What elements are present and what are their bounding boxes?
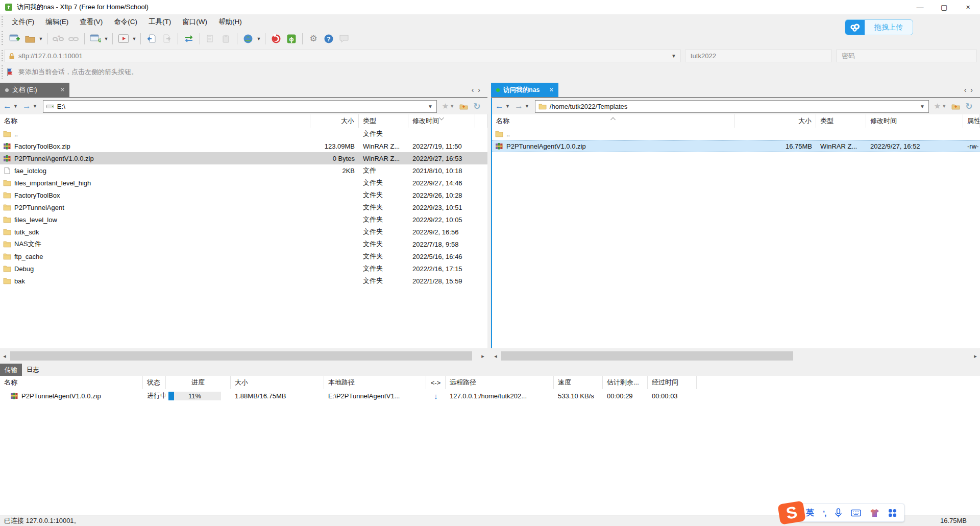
local-row-ftp_cache[interactable]: ftp_cache文件夹2022/5/16, 16:46 xyxy=(0,250,487,262)
transfer-column-header-9[interactable]: 经过时间 xyxy=(648,376,697,389)
refresh-icon[interactable]: ↻ xyxy=(965,101,972,112)
transfer-column-header-0[interactable]: 名称 xyxy=(0,376,143,389)
apps-grid-icon[interactable] xyxy=(888,509,897,517)
tab-local-documents[interactable]: 文档 (E:) × xyxy=(0,83,69,97)
tab-scroll-arrows[interactable]: ‹› xyxy=(472,86,484,94)
drag-upload-button[interactable]: 拖拽上传 xyxy=(845,19,913,35)
transfer-column-header-2[interactable]: 进度 xyxy=(166,376,231,389)
menu-item-4[interactable]: 工具(T) xyxy=(143,17,177,27)
remote-row-..[interactable]: .. xyxy=(492,128,980,140)
bottom-tab-日志[interactable]: 日志 xyxy=(22,364,44,376)
scrollbar-thumb[interactable] xyxy=(501,351,793,361)
ime-punctuation-toggle[interactable]: ’, xyxy=(823,509,826,517)
session-properties-icon[interactable]: ⚙ xyxy=(89,32,102,45)
microphone-icon[interactable] xyxy=(835,508,842,518)
minimize-button[interactable]: — xyxy=(908,0,932,14)
local-column-header-1[interactable]: 大小 xyxy=(310,114,359,128)
local-row-bak[interactable]: bak文件夹2022/1/28, 15:59 xyxy=(0,275,487,287)
local-row-fae_iotclog[interactable]: fae_iotclog2KB文件2021/8/10, 10:18 xyxy=(0,164,487,177)
menu-item-2[interactable]: 查看(V) xyxy=(74,17,108,27)
scroll-right-icon[interactable]: ▸ xyxy=(478,353,487,360)
session-properties-icon-dropdown[interactable]: ▼ xyxy=(103,36,109,41)
username-field[interactable]: tutk2022 xyxy=(685,50,832,62)
sogou-logo-icon[interactable]: S xyxy=(776,499,807,526)
skin-icon[interactable] xyxy=(870,509,879,517)
scroll-left-icon[interactable]: ◂ xyxy=(491,353,500,360)
ime-toolbar[interactable]: S 英 ’, xyxy=(778,501,904,524)
remote-column-header-3[interactable]: 修改时间 xyxy=(866,114,963,128)
tab-remote-session[interactable]: 访问我的nas × xyxy=(491,83,558,97)
close-button[interactable]: × xyxy=(956,0,980,14)
local-row-files_important_level_high[interactable]: files_important_level_high文件夹2022/9/27, … xyxy=(0,177,487,189)
tab-close-icon[interactable]: × xyxy=(61,86,64,93)
back-icon[interactable]: ← xyxy=(3,101,12,111)
run-icon[interactable] xyxy=(117,32,130,45)
remote-column-header-0[interactable]: 名称 xyxy=(492,114,734,128)
transfer-column-header-3[interactable]: 大小 xyxy=(231,376,324,389)
settings-icon[interactable]: ⚙ xyxy=(307,32,320,45)
path-dropdown-icon[interactable]: ▼ xyxy=(428,104,433,109)
remote-column-header-4[interactable]: 属性 xyxy=(963,114,980,128)
transfer-column-header-8[interactable]: 估计剩余... xyxy=(603,376,648,389)
session-url-field[interactable]: sftp://127.0.0.1:10001 ▼ xyxy=(4,50,681,62)
local-path-combo[interactable]: E:\ ▼ xyxy=(43,100,437,113)
local-row-files_level_low[interactable]: files_level_low文件夹2022/9/22, 10:05 xyxy=(0,213,487,226)
local-row-tutk_sdk[interactable]: tutk_sdk文件夹2022/9/2, 16:56 xyxy=(0,226,487,238)
bookmark-star-icon[interactable]: ★ xyxy=(934,102,941,111)
bottom-tab-传输[interactable]: 传输 xyxy=(0,364,22,376)
remote-column-header-1[interactable]: 大小 xyxy=(734,114,816,128)
menu-item-1[interactable]: 编辑(E) xyxy=(40,17,74,27)
feedback-icon[interactable] xyxy=(337,32,351,45)
local-row-NAS文件[interactable]: NAS文件文件夹2022/7/18, 9:58 xyxy=(0,238,487,250)
transfer-column-header-1[interactable]: 状态 xyxy=(143,376,166,389)
tab-scroll-arrows[interactable]: ‹› xyxy=(964,86,977,94)
url-dropdown-icon[interactable]: ▼ xyxy=(671,53,676,59)
xagent-icon[interactable]: ɸ xyxy=(285,32,298,45)
bookmark-star-icon[interactable]: ★ xyxy=(442,102,449,111)
ime-language-toggle[interactable]: 英 xyxy=(806,508,814,518)
local-row-P2PTunnelAgentV1.0.0.zip[interactable]: P2PTunnelAgentV1.0.0.zip0 BytesWinRAR Z.… xyxy=(0,152,487,164)
forward-dropdown-icon[interactable]: ▼ xyxy=(33,104,37,109)
bookmark-dropdown-icon[interactable]: ▼ xyxy=(942,104,946,109)
refresh-icon[interactable]: ↻ xyxy=(473,101,480,112)
path-dropdown-icon[interactable]: ▼ xyxy=(920,104,925,109)
scrollbar-thumb[interactable] xyxy=(10,351,472,361)
transfer-column-header-5[interactable]: <-> xyxy=(426,376,446,389)
transfer-left-icon[interactable] xyxy=(145,32,158,45)
new-session-icon[interactable] xyxy=(8,32,21,45)
local-column-header-0[interactable]: 名称 xyxy=(0,114,310,128)
local-horizontal-scrollbar[interactable]: ◂ ▸ xyxy=(0,350,487,362)
local-row-..[interactable]: ..文件夹 xyxy=(0,128,487,140)
remote-path-combo[interactable]: /home/tutk2022/Templates ▼ xyxy=(535,100,929,113)
home-icon[interactable] xyxy=(459,103,468,110)
back-icon[interactable]: ← xyxy=(495,101,504,111)
scroll-right-icon[interactable]: ▸ xyxy=(971,353,980,360)
home-icon[interactable] xyxy=(951,103,960,110)
password-field[interactable]: 密码 xyxy=(836,50,977,62)
remote-column-header-2[interactable]: 类型 xyxy=(816,114,866,128)
copy-icon[interactable] xyxy=(204,32,217,45)
remote-row-P2PTunnelAgentV1.0.0.zip[interactable]: P2PTunnelAgentV1.0.0.zip16.75MBWinRAR Z.… xyxy=(492,140,980,152)
maximize-button[interactable]: ▢ xyxy=(932,0,956,14)
local-column-header-2[interactable]: 类型 xyxy=(359,114,408,128)
menu-item-3[interactable]: 命令(C) xyxy=(108,17,143,27)
local-column-header-4[interactable] xyxy=(475,114,487,128)
scroll-left-icon[interactable]: ◂ xyxy=(0,353,9,360)
help-icon[interactable]: ? xyxy=(322,32,335,45)
local-column-header-3[interactable]: 修改时间 xyxy=(408,114,475,128)
forward-icon[interactable]: → xyxy=(514,101,523,111)
menu-item-6[interactable]: 帮助(H) xyxy=(213,17,248,27)
web-icon-dropdown[interactable]: ▼ xyxy=(256,36,262,41)
menu-item-5[interactable]: 窗口(W) xyxy=(177,17,213,27)
back-dropdown-icon[interactable]: ▼ xyxy=(13,104,18,109)
sync-icon[interactable] xyxy=(182,32,195,45)
open-folder-icon-dropdown[interactable]: ▼ xyxy=(38,36,44,41)
bookmark-dropdown-icon[interactable]: ▼ xyxy=(450,104,454,109)
reconnect-icon[interactable] xyxy=(67,32,80,45)
forward-icon[interactable]: → xyxy=(22,101,31,111)
run-icon-dropdown[interactable]: ▼ xyxy=(131,36,137,41)
back-dropdown-icon[interactable]: ▼ xyxy=(505,104,510,109)
open-folder-icon[interactable] xyxy=(23,32,37,45)
disconnect-icon[interactable] xyxy=(52,32,65,45)
menu-item-0[interactable]: 文件(F) xyxy=(6,17,40,27)
